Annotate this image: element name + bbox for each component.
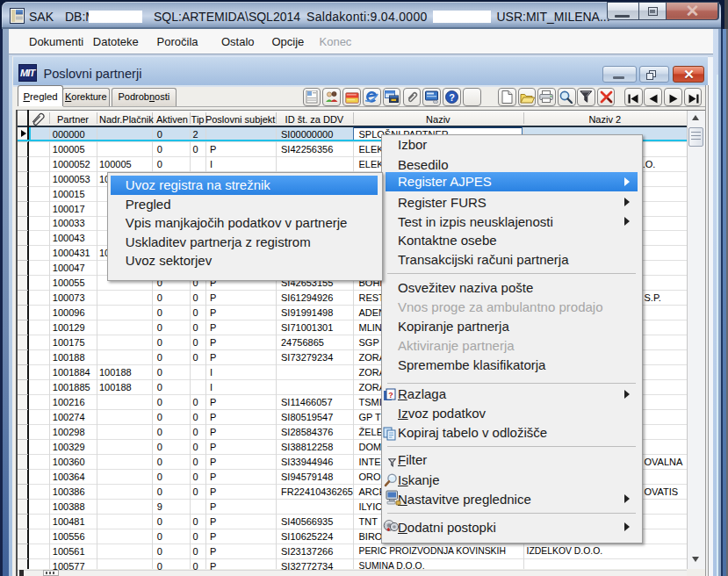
svg-text:?: ? <box>388 390 393 399</box>
svg-text:?: ? <box>449 91 455 102</box>
